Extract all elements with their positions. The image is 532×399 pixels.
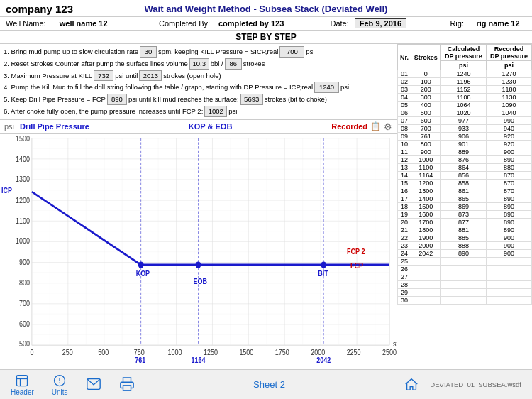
chart-recorded-label: Recorded	[331, 122, 367, 131]
home-toolbar-item[interactable]	[404, 376, 419, 393]
step3-val1[interactable]: 732	[94, 70, 113, 82]
table-row: 0210011961230	[398, 78, 532, 86]
table-row: 0650010201040	[398, 109, 532, 117]
table-row: 25	[398, 258, 532, 266]
table-row: 201700877890	[398, 219, 532, 226]
table-row: 29	[398, 289, 532, 297]
table-row: 131100864880	[398, 164, 532, 172]
step6-val1[interactable]: 1002	[204, 106, 227, 117]
svg-text:BIT: BIT	[318, 269, 328, 278]
svg-text:1164: 1164	[192, 356, 206, 364]
svg-text:FCP 2: FCP 2	[347, 247, 365, 256]
svg-text:500: 500	[98, 348, 109, 356]
nr-header: Nr.	[398, 45, 411, 70]
table-row: 0430011081130	[398, 94, 532, 102]
rec-dp-header: RecordedDP pressure	[486, 45, 531, 61]
svg-text:900: 900	[19, 258, 30, 266]
calc-dp-header: CalculatedDP pressure	[440, 45, 486, 61]
well-name-label: Well Name:	[6, 19, 46, 28]
table-row: 221900885900	[398, 234, 532, 242]
rig-label: Rig:	[450, 19, 464, 28]
svg-text:761: 761	[135, 356, 146, 364]
step-5: 5. Keep Drill Pipe Pressure = FCP 890 ps…	[4, 94, 393, 105]
table-row: 09761906920	[398, 133, 532, 141]
svg-rect-88	[123, 385, 131, 390]
svg-text:600: 600	[19, 319, 30, 328]
table-row: 01012401270	[398, 70, 532, 78]
svg-text:500: 500	[19, 339, 30, 348]
svg-text:stk: stk	[393, 339, 397, 348]
svg-text:1100: 1100	[16, 217, 30, 225]
units-label: Units	[52, 388, 68, 396]
svg-text:700: 700	[19, 299, 30, 307]
svg-text:1000: 1000	[168, 348, 182, 356]
step1-val1[interactable]: 30	[140, 46, 157, 58]
svg-text:KOP: KOP	[136, 269, 150, 278]
step5-val1[interactable]: 890	[107, 94, 127, 105]
step-2: 2. Reset Strokes Counter after pump the …	[4, 58, 393, 70]
date-label: Date:	[330, 19, 348, 28]
completed-by-value: completed by 123	[216, 19, 287, 28]
strokes-header: Strokes	[411, 45, 440, 70]
table-row: 181500869890	[398, 203, 532, 211]
step5-val2[interactable]: 5693	[240, 94, 263, 105]
table-row: 26	[398, 266, 532, 273]
header-label: Header	[11, 388, 34, 396]
svg-text:0: 0	[30, 348, 33, 356]
step-6: 6. After choke fully open, the pump pres…	[4, 106, 393, 117]
svg-text:750: 750	[134, 348, 145, 356]
svg-text:1500: 1500	[16, 134, 30, 143]
step3-val2[interactable]: 2013	[139, 70, 162, 82]
company-name: company 123	[6, 3, 91, 15]
rec-unit: psi	[486, 61, 531, 70]
svg-text:EOB: EOB	[194, 277, 207, 285]
svg-text:1000: 1000	[16, 236, 30, 245]
header-toolbar-item[interactable]: Header	[11, 373, 34, 396]
step-4: 4. Pump the Kill Mud to fill the drill s…	[4, 82, 393, 93]
chart-kop-eob-label: KOP & EOB	[189, 122, 233, 131]
print-toolbar-item[interactable]	[119, 376, 135, 393]
table-row: 30	[398, 297, 532, 305]
email-toolbar-item[interactable]	[86, 376, 101, 393]
rig-name-value: rig name 12	[470, 19, 526, 28]
completed-by-label: Completed By:	[159, 19, 210, 28]
table-row: 08700933940	[398, 125, 532, 133]
settings-icon[interactable]: ⚙	[384, 121, 392, 132]
table-row: 11900889900	[398, 148, 532, 156]
step2-val1[interactable]: 10.3	[189, 58, 209, 70]
step4-val1[interactable]: 1240	[314, 82, 339, 93]
table-row: 27	[398, 273, 532, 281]
page-title: Wait and Weight Method - Subsea Stack (D…	[145, 4, 388, 14]
export-icon[interactable]: 📋	[370, 121, 381, 131]
step1-val2[interactable]: 700	[279, 46, 304, 58]
svg-rect-81	[17, 375, 28, 386]
table-row: 161300861870	[398, 187, 532, 195]
table-row: 151200858870	[398, 180, 532, 187]
table-row: 211800881890	[398, 226, 532, 234]
table-row: 28	[398, 281, 532, 289]
svg-text:2000: 2000	[311, 348, 325, 356]
svg-text:800: 800	[19, 278, 30, 287]
svg-text:FCP: FCP	[350, 261, 363, 270]
well-name-value: well name 12	[52, 19, 116, 28]
svg-text:2500: 2500	[382, 348, 397, 356]
table-row: 07600977990	[398, 117, 532, 125]
chart-psi-label: psi	[4, 122, 14, 131]
svg-text:250: 250	[62, 348, 73, 356]
step-header: STEP BY STEP	[0, 31, 532, 44]
svg-text:1300: 1300	[16, 175, 30, 183]
svg-text:ICP: ICP	[1, 186, 12, 195]
svg-text:1400: 1400	[16, 155, 30, 163]
table-row: 242042890900	[398, 250, 532, 258]
table-row: 121000876890	[398, 156, 532, 164]
svg-text:2250: 2250	[347, 348, 361, 356]
date-value: Feb 9, 2016	[355, 18, 406, 28]
sheet-label: Sheet 2	[253, 379, 285, 390]
svg-text:1750: 1750	[275, 348, 289, 356]
units-toolbar-item[interactable]: Units	[52, 373, 68, 396]
step2-val2[interactable]: 86	[225, 58, 242, 70]
step-1: 1. Bring mud pump up to slow circulation…	[4, 46, 393, 58]
table-row: 0320011521180	[398, 86, 532, 94]
filename: DEVIATED_01_SUBSEA.wsdf	[430, 381, 521, 388]
table-row: 141164856870	[398, 172, 532, 180]
